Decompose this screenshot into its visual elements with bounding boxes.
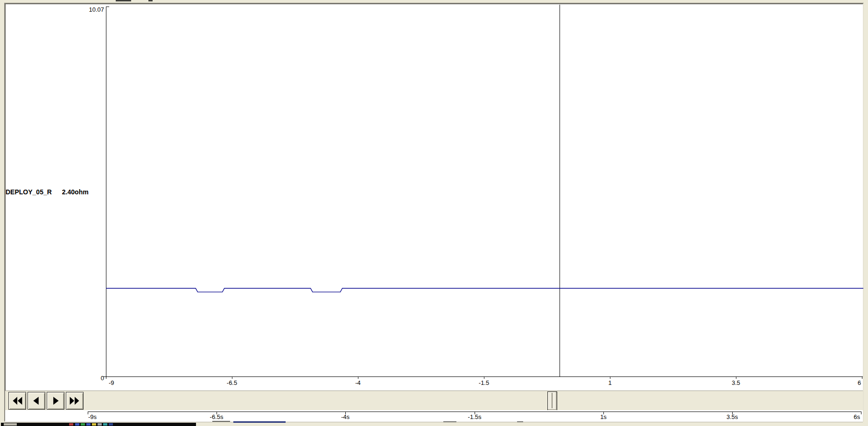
tray-icon-fragment	[75, 423, 79, 426]
timeline-tick-label: -9s	[88, 413, 97, 420]
cropped-window-artifact	[517, 421, 523, 422]
y-axis-min-label: 0	[101, 375, 104, 382]
step-back-button[interactable]	[28, 392, 45, 410]
timeline-tick-label: 3.5s	[727, 413, 738, 420]
tray-icon-fragment	[103, 423, 107, 426]
y-axis-max-label: 10.07	[89, 6, 104, 13]
x-tick-label: -4	[355, 379, 361, 386]
taskbar-button-fragment	[4, 423, 17, 426]
timeline-tick-label: 6s	[854, 413, 860, 420]
tray-icon-fragment	[81, 423, 85, 426]
fast-forward-button[interactable]	[66, 392, 84, 410]
timeline-tick-label: -4s	[341, 413, 350, 420]
x-tick-label: 3.5	[732, 379, 740, 386]
transport-bar	[5, 390, 863, 411]
tray-icon-fragment	[69, 423, 73, 426]
step-back-icon	[28, 392, 45, 409]
tray-icon-fragment	[98, 423, 102, 426]
x-tick-label: 1	[608, 379, 611, 386]
x-tick-label: 6	[858, 379, 861, 386]
tray-icon-fragment	[109, 423, 113, 426]
timeline-tick-label: -1.5s	[468, 413, 482, 420]
cropped-window-artifact	[443, 421, 456, 422]
timeline-tick-label: 1s	[600, 413, 607, 420]
timeline-thumb[interactable]	[547, 391, 557, 411]
step-forward-button[interactable]	[47, 392, 64, 410]
signal-trace	[106, 288, 863, 292]
cropped-window-artifact	[212, 421, 230, 422]
fast-rewind-button[interactable]	[8, 392, 26, 410]
cropped-window-artifact	[233, 421, 286, 423]
x-tick-label: -9	[109, 379, 114, 386]
x-tick-label: -6.5	[227, 379, 237, 386]
thumb-groove	[552, 393, 553, 408]
timeline-ruler-layer: -9s-6.5s-4s-1.5s1s3.5s6s	[0, 409, 868, 422]
tray-icon-fragment	[92, 423, 96, 426]
fast-forward-icon	[66, 392, 83, 409]
app-window: DEPLOY_05_R 2.40ohm 10.070-9-6.5-4-1.513…	[0, 0, 868, 426]
tray-icon-fragment	[86, 423, 91, 426]
timeline-tick-label: -6.5s	[210, 413, 224, 420]
x-tick-label: -1.5	[479, 379, 489, 386]
chart: 10.070-9-6.5-4-1.513.56	[0, 0, 868, 392]
step-forward-icon	[47, 392, 64, 409]
fast-rewind-icon	[9, 392, 26, 409]
